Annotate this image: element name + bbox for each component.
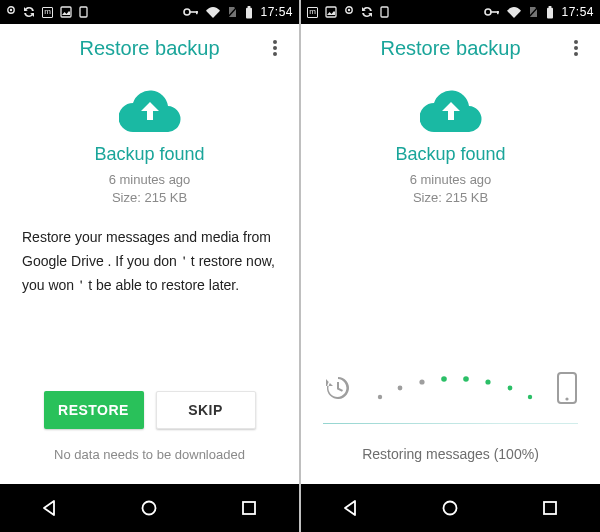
backup-size: Size: 215 KB [109, 189, 191, 207]
wifi-icon [507, 7, 521, 18]
svg-point-26 [463, 376, 469, 382]
svg-point-16 [485, 9, 491, 15]
svg-rect-33 [544, 502, 556, 514]
no-sim-icon [528, 6, 539, 18]
battery-icon [245, 6, 253, 19]
app-bar: Restore backup [301, 24, 600, 72]
svg-point-10 [143, 502, 156, 515]
phone-left: m 17:54 Restore backup Backup found 6 [0, 0, 299, 532]
backup-size: Size: 215 KB [410, 189, 492, 207]
svg-rect-18 [497, 11, 499, 14]
nav-bar [301, 484, 600, 532]
svg-point-24 [419, 379, 424, 384]
download-status: No data needs to be downloaded [54, 447, 245, 462]
cloud-upload-icon [420, 88, 482, 132]
device-icon [79, 6, 88, 18]
app-bar: Restore backup [0, 24, 299, 72]
vpn-key-icon [183, 7, 199, 17]
progress-area: Restoring messages (100%) [301, 371, 600, 462]
nav-home-button[interactable] [119, 492, 179, 524]
backup-time: 6 minutes ago [109, 171, 191, 189]
svg-point-32 [444, 502, 457, 515]
svg-rect-15 [381, 7, 388, 17]
image-icon [325, 6, 337, 18]
cloud-upload-icon [119, 88, 181, 132]
phone-right: m 17:54 Restore backup Backup found [301, 0, 600, 532]
app-badge-icon: m [307, 7, 318, 18]
page-title: Restore backup [79, 37, 219, 60]
nav-bar [0, 484, 299, 532]
sync-icon [361, 6, 373, 18]
svg-point-14 [348, 9, 350, 11]
sync-icon [23, 6, 35, 18]
svg-point-22 [377, 395, 381, 399]
svg-point-23 [397, 386, 402, 391]
svg-point-28 [507, 386, 512, 391]
status-bar: m 17:54 [301, 0, 600, 24]
location-icon [344, 6, 354, 18]
svg-rect-21 [549, 6, 552, 8]
svg-point-4 [184, 9, 190, 15]
svg-rect-3 [80, 7, 87, 17]
backup-meta: 6 minutes ago Size: 215 KB [109, 171, 191, 206]
no-sim-icon [227, 6, 238, 18]
svg-point-25 [441, 376, 447, 382]
wifi-icon [206, 7, 220, 18]
battery-icon [546, 6, 554, 19]
app-badge-icon: m [42, 7, 53, 18]
phone-icon [556, 371, 578, 405]
backup-heading: Backup found [94, 144, 204, 165]
image-icon [60, 6, 72, 18]
restore-description: Restore your messages and media from Goo… [22, 226, 277, 297]
svg-point-31 [565, 397, 568, 400]
nav-recent-button[interactable] [520, 492, 580, 524]
nav-home-button[interactable] [420, 492, 480, 524]
svg-rect-8 [246, 7, 252, 18]
svg-rect-20 [547, 7, 553, 18]
svg-point-1 [10, 9, 12, 11]
clock: 17:54 [260, 5, 293, 19]
more-menu-button[interactable] [560, 32, 592, 64]
vpn-key-icon [484, 7, 500, 17]
bottom-actions: RESTORE SKIP No data needs to be downloa… [0, 391, 299, 462]
more-menu-button[interactable] [259, 32, 291, 64]
svg-rect-9 [248, 6, 251, 8]
svg-point-29 [527, 395, 531, 399]
nav-recent-button[interactable] [219, 492, 279, 524]
skip-button[interactable]: SKIP [156, 391, 256, 429]
svg-point-27 [485, 379, 490, 384]
history-icon [323, 373, 353, 403]
progress-text: Restoring messages (100%) [362, 446, 539, 462]
nav-back-button[interactable] [20, 492, 80, 524]
clock: 17:54 [561, 5, 594, 19]
page-title: Restore backup [380, 37, 520, 60]
backup-time: 6 minutes ago [410, 171, 492, 189]
device-icon [380, 6, 389, 18]
restore-button[interactable]: RESTORE [44, 391, 144, 429]
status-bar: m 17:54 [0, 0, 299, 24]
location-icon [6, 6, 16, 18]
backup-meta: 6 minutes ago Size: 215 KB [410, 171, 492, 206]
svg-rect-11 [243, 502, 255, 514]
progress-divider [323, 423, 578, 424]
backup-heading: Backup found [395, 144, 505, 165]
svg-rect-6 [196, 11, 198, 14]
transfer-dots-icon [353, 371, 556, 405]
nav-back-button[interactable] [321, 492, 381, 524]
